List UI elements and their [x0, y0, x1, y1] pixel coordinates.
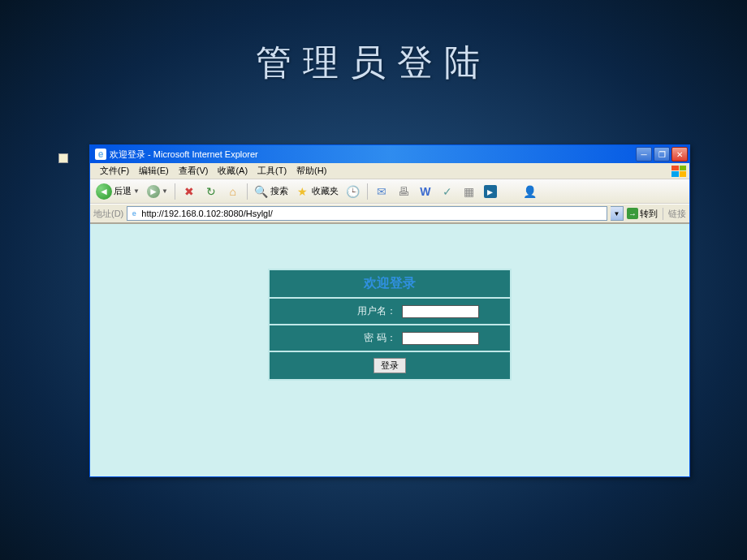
login-form: 欢迎登录 用户名： 密 码： 登录 [268, 269, 512, 381]
tool-icon-1: ✓ [440, 184, 455, 199]
address-input[interactable]: e http://192.168.0.102:8080/Hsylgl/ [127, 206, 607, 221]
menu-favorites[interactable]: 收藏(A) [213, 163, 253, 179]
bullet-icon [58, 153, 68, 163]
toolbar: ◄ 后退 ▼ ► ▼ ✖ ↻ ⌂ 🔍 搜索 ★ 收藏夹 🕒 ✉ 🖶 W ✓ ▦ … [90, 179, 689, 204]
menu-help[interactable]: 帮助(H) [291, 163, 331, 179]
separator [175, 183, 175, 200]
username-row: 用户名： [269, 298, 511, 325]
windows-logo-icon [671, 166, 686, 177]
search-icon: 🔍 [254, 184, 269, 199]
tool-icon-2: ▦ [462, 184, 477, 199]
minimize-button[interactable]: ─ [636, 147, 652, 162]
home-button[interactable]: ⌂ [223, 182, 243, 201]
history-button[interactable]: 🕒 [343, 182, 363, 201]
refresh-icon: ↻ [204, 184, 218, 199]
search-label: 搜索 [270, 185, 288, 197]
address-bar: 地址(D) e http://192.168.0.102:8080/Hsylgl… [90, 204, 689, 223]
dropdown-icon: ▼ [162, 187, 168, 195]
search-button[interactable]: 🔍 搜索 [252, 182, 291, 201]
separator [367, 183, 368, 200]
go-label: 转到 [640, 208, 658, 220]
window-titlebar[interactable]: e 欢迎登录 - Microsoft Internet Explorer ─ ❐… [90, 145, 689, 163]
menu-bar: 文件(F) 编辑(E) 查看(V) 收藏(A) 工具(T) 帮助(H) [90, 163, 689, 179]
password-input[interactable] [402, 332, 479, 345]
print-button[interactable]: 🖶 [394, 182, 413, 201]
home-icon: ⌂ [226, 184, 240, 199]
tool-button-1[interactable]: ✓ [438, 182, 457, 201]
mail-button[interactable]: ✉ [372, 182, 391, 201]
links-label[interactable]: 链接 [663, 208, 686, 220]
menu-file[interactable]: 文件(F) [95, 163, 134, 179]
page-icon: e [129, 209, 139, 218]
menu-edit[interactable]: 编辑(E) [134, 163, 174, 179]
address-label: 地址(D) [93, 208, 123, 220]
ie-icon: e [95, 149, 106, 160]
stop-button[interactable]: ✖ [179, 182, 199, 201]
menu-view[interactable]: 查看(V) [174, 163, 214, 179]
ie-browser-window: e 欢迎登录 - Microsoft Internet Explorer ─ ❐… [89, 144, 690, 477]
mail-icon: ✉ [374, 184, 389, 199]
maximize-button[interactable]: ❐ [654, 147, 670, 162]
page-content: 欢迎登录 用户名： 密 码： 登录 [90, 223, 689, 476]
messenger-icon: 👤 [523, 184, 538, 199]
star-icon: ★ [296, 184, 310, 199]
word-icon: W [418, 184, 433, 199]
print-icon: 🖶 [396, 184, 411, 199]
username-input[interactable] [402, 305, 479, 318]
history-icon: 🕒 [346, 184, 361, 199]
close-button[interactable]: ✕ [671, 147, 688, 162]
url-text: http://192.168.0.102:8080/Hsylgl/ [141, 209, 272, 218]
stop-icon: ✖ [182, 184, 196, 199]
address-dropdown[interactable]: ▼ [611, 206, 624, 221]
back-label: 后退 [114, 185, 132, 197]
back-arrow-icon: ◄ [96, 183, 112, 200]
menu-tools[interactable]: 工具(T) [253, 163, 291, 179]
window-title: 欢迎登录 - Microsoft Internet Explorer [110, 149, 636, 161]
login-button[interactable]: 登录 [374, 358, 406, 373]
edit-button[interactable]: W [416, 182, 435, 201]
password-row: 密 码： [269, 325, 511, 351]
favorites-button[interactable]: ★ 收藏夹 [293, 182, 341, 201]
slide-title: 管理员登陆 [0, 0, 747, 87]
dropdown-icon: ▼ [133, 187, 140, 195]
username-label: 用户名： [300, 304, 396, 318]
tool-icon-3: ▸ [484, 185, 497, 198]
tool-button-2[interactable]: ▦ [460, 182, 479, 201]
back-button[interactable]: ◄ 后退 ▼ [93, 182, 142, 201]
tool-button-3[interactable]: ▸ [481, 182, 499, 201]
go-arrow-icon: → [627, 208, 638, 219]
go-button[interactable]: → 转到 [627, 208, 658, 220]
login-title: 欢迎登录 [269, 269, 511, 298]
forward-button[interactable]: ► ▼ [145, 182, 171, 201]
refresh-button[interactable]: ↻ [201, 182, 221, 201]
favorites-label: 收藏夹 [312, 185, 339, 197]
password-label: 密 码： [300, 331, 396, 345]
submit-row: 登录 [269, 351, 511, 380]
forward-arrow-icon: ► [147, 185, 160, 198]
separator [247, 183, 248, 200]
messenger-button[interactable]: 👤 [520, 182, 540, 201]
